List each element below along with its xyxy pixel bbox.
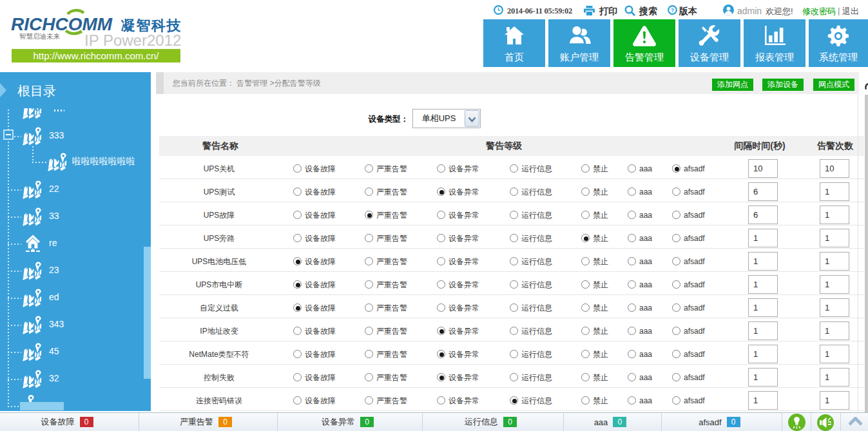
svg-text:?: ?	[671, 7, 675, 14]
